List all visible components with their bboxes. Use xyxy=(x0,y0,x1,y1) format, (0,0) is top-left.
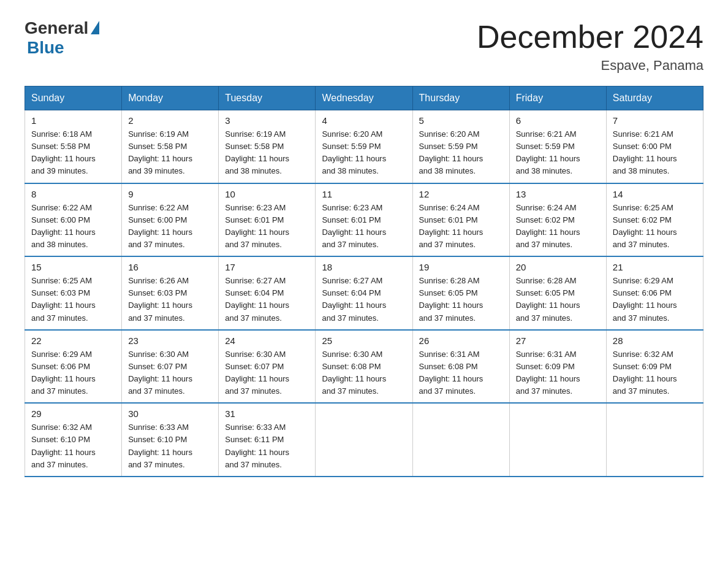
calendar-cell: 15Sunrise: 6:25 AMSunset: 6:03 PMDayligh… xyxy=(25,256,122,330)
location-text: Espave, Panama xyxy=(477,58,703,74)
day-number: 16 xyxy=(128,262,212,272)
day-info: Sunrise: 6:31 AMSunset: 6:08 PMDaylight:… xyxy=(419,348,503,398)
day-info: Sunrise: 6:30 AMSunset: 6:07 PMDaylight:… xyxy=(128,348,212,398)
logo: General Blue xyxy=(25,18,99,58)
day-info: Sunrise: 6:31 AMSunset: 6:09 PMDaylight:… xyxy=(516,348,600,398)
calendar-cell: 21Sunrise: 6:29 AMSunset: 6:06 PMDayligh… xyxy=(606,256,703,330)
day-info: Sunrise: 6:25 AMSunset: 6:02 PMDaylight:… xyxy=(613,202,697,251)
day-number: 3 xyxy=(225,115,309,126)
day-number: 17 xyxy=(225,262,309,272)
day-info: Sunrise: 6:27 AMSunset: 6:04 PMDaylight:… xyxy=(322,275,406,324)
header-saturday: Saturday xyxy=(606,86,703,110)
day-number: 1 xyxy=(31,115,115,126)
logo-general-text: General xyxy=(25,18,88,38)
week-row-1: 1Sunrise: 6:18 AMSunset: 5:58 PMDaylight… xyxy=(25,110,703,183)
calendar-cell: 9Sunrise: 6:22 AMSunset: 6:00 PMDaylight… xyxy=(122,183,219,257)
day-number: 27 xyxy=(516,335,600,346)
day-number: 4 xyxy=(322,115,406,126)
day-number: 25 xyxy=(322,335,406,346)
day-info: Sunrise: 6:30 AMSunset: 6:07 PMDaylight:… xyxy=(225,348,309,398)
calendar-cell: 28Sunrise: 6:32 AMSunset: 6:09 PMDayligh… xyxy=(606,330,703,404)
month-title: December 2024 xyxy=(477,18,703,55)
calendar-cell: 17Sunrise: 6:27 AMSunset: 6:04 PMDayligh… xyxy=(219,256,316,330)
day-info: Sunrise: 6:27 AMSunset: 6:04 PMDaylight:… xyxy=(225,275,309,324)
day-info: Sunrise: 6:29 AMSunset: 6:06 PMDaylight:… xyxy=(31,348,115,398)
calendar-header-row: SundayMondayTuesdayWednesdayThursdayFrid… xyxy=(25,86,703,110)
title-block: December 2024 Espave, Panama xyxy=(477,18,703,74)
day-info: Sunrise: 6:32 AMSunset: 6:10 PMDaylight:… xyxy=(31,421,115,471)
day-number: 11 xyxy=(322,189,406,199)
day-info: Sunrise: 6:29 AMSunset: 6:06 PMDaylight:… xyxy=(613,275,697,324)
day-number: 14 xyxy=(613,189,697,199)
calendar-cell xyxy=(509,403,606,477)
header-wednesday: Wednesday xyxy=(316,86,412,110)
calendar-cell: 5Sunrise: 6:20 AMSunset: 5:59 PMDaylight… xyxy=(412,110,509,183)
calendar-cell: 30Sunrise: 6:33 AMSunset: 6:10 PMDayligh… xyxy=(122,403,219,477)
calendar-cell xyxy=(316,403,412,477)
page-header: General Blue December 2024 Espave, Panam… xyxy=(25,18,703,74)
day-number: 9 xyxy=(128,189,212,199)
day-number: 10 xyxy=(225,189,309,199)
calendar-cell: 25Sunrise: 6:30 AMSunset: 6:08 PMDayligh… xyxy=(316,330,412,404)
calendar-cell: 24Sunrise: 6:30 AMSunset: 6:07 PMDayligh… xyxy=(219,330,316,404)
calendar-cell xyxy=(412,403,509,477)
calendar-cell: 31Sunrise: 6:33 AMSunset: 6:11 PMDayligh… xyxy=(219,403,316,477)
day-number: 18 xyxy=(322,262,406,272)
day-info: Sunrise: 6:33 AMSunset: 6:10 PMDaylight:… xyxy=(128,421,212,471)
calendar-cell: 27Sunrise: 6:31 AMSunset: 6:09 PMDayligh… xyxy=(509,330,606,404)
day-info: Sunrise: 6:23 AMSunset: 6:01 PMDaylight:… xyxy=(225,202,309,251)
logo-triangle-icon xyxy=(91,21,99,34)
day-info: Sunrise: 6:22 AMSunset: 6:00 PMDaylight:… xyxy=(31,202,115,251)
day-number: 30 xyxy=(128,408,212,419)
day-number: 7 xyxy=(613,115,697,126)
calendar-cell: 7Sunrise: 6:21 AMSunset: 6:00 PMDaylight… xyxy=(606,110,703,183)
calendar-cell: 14Sunrise: 6:25 AMSunset: 6:02 PMDayligh… xyxy=(606,183,703,257)
day-info: Sunrise: 6:19 AMSunset: 5:58 PMDaylight:… xyxy=(225,128,309,178)
header-monday: Monday xyxy=(122,86,219,110)
calendar-cell: 11Sunrise: 6:23 AMSunset: 6:01 PMDayligh… xyxy=(316,183,412,257)
day-info: Sunrise: 6:23 AMSunset: 6:01 PMDaylight:… xyxy=(322,202,406,251)
day-info: Sunrise: 6:25 AMSunset: 6:03 PMDaylight:… xyxy=(31,275,115,324)
week-row-3: 15Sunrise: 6:25 AMSunset: 6:03 PMDayligh… xyxy=(25,256,703,330)
header-friday: Friday xyxy=(509,86,606,110)
day-info: Sunrise: 6:21 AMSunset: 6:00 PMDaylight:… xyxy=(613,128,697,178)
day-number: 8 xyxy=(31,189,115,199)
calendar-cell: 16Sunrise: 6:26 AMSunset: 6:03 PMDayligh… xyxy=(122,256,219,330)
day-number: 31 xyxy=(225,408,309,419)
calendar-cell: 1Sunrise: 6:18 AMSunset: 5:58 PMDaylight… xyxy=(25,110,122,183)
day-info: Sunrise: 6:20 AMSunset: 5:59 PMDaylight:… xyxy=(419,128,503,178)
calendar-cell: 26Sunrise: 6:31 AMSunset: 6:08 PMDayligh… xyxy=(412,330,509,404)
calendar-cell: 4Sunrise: 6:20 AMSunset: 5:59 PMDaylight… xyxy=(316,110,412,183)
calendar-cell: 20Sunrise: 6:28 AMSunset: 6:05 PMDayligh… xyxy=(509,256,606,330)
day-number: 2 xyxy=(128,115,212,126)
day-number: 20 xyxy=(516,262,600,272)
day-info: Sunrise: 6:30 AMSunset: 6:08 PMDaylight:… xyxy=(322,348,406,398)
week-row-5: 29Sunrise: 6:32 AMSunset: 6:10 PMDayligh… xyxy=(25,403,703,477)
calendar-cell: 6Sunrise: 6:21 AMSunset: 5:59 PMDaylight… xyxy=(509,110,606,183)
calendar-cell: 19Sunrise: 6:28 AMSunset: 6:05 PMDayligh… xyxy=(412,256,509,330)
day-info: Sunrise: 6:26 AMSunset: 6:03 PMDaylight:… xyxy=(128,275,212,324)
day-number: 19 xyxy=(419,262,503,272)
day-info: Sunrise: 6:33 AMSunset: 6:11 PMDaylight:… xyxy=(225,421,309,471)
calendar-cell: 29Sunrise: 6:32 AMSunset: 6:10 PMDayligh… xyxy=(25,403,122,477)
calendar-cell: 22Sunrise: 6:29 AMSunset: 6:06 PMDayligh… xyxy=(25,330,122,404)
week-row-4: 22Sunrise: 6:29 AMSunset: 6:06 PMDayligh… xyxy=(25,330,703,404)
day-info: Sunrise: 6:32 AMSunset: 6:09 PMDaylight:… xyxy=(613,348,697,398)
header-thursday: Thursday xyxy=(412,86,509,110)
day-info: Sunrise: 6:28 AMSunset: 6:05 PMDaylight:… xyxy=(516,275,600,324)
day-info: Sunrise: 6:21 AMSunset: 5:59 PMDaylight:… xyxy=(516,128,600,178)
day-number: 5 xyxy=(419,115,503,126)
day-number: 28 xyxy=(613,335,697,346)
day-number: 13 xyxy=(516,189,600,199)
day-number: 21 xyxy=(613,262,697,272)
calendar-cell: 12Sunrise: 6:24 AMSunset: 6:01 PMDayligh… xyxy=(412,183,509,257)
calendar-table: SundayMondayTuesdayWednesdayThursdayFrid… xyxy=(25,86,703,477)
day-number: 22 xyxy=(31,335,115,346)
day-info: Sunrise: 6:19 AMSunset: 5:58 PMDaylight:… xyxy=(128,128,212,178)
calendar-cell xyxy=(606,403,703,477)
calendar-cell: 8Sunrise: 6:22 AMSunset: 6:00 PMDaylight… xyxy=(25,183,122,257)
day-number: 24 xyxy=(225,335,309,346)
calendar-cell: 23Sunrise: 6:30 AMSunset: 6:07 PMDayligh… xyxy=(122,330,219,404)
day-number: 23 xyxy=(128,335,212,346)
day-number: 26 xyxy=(419,335,503,346)
